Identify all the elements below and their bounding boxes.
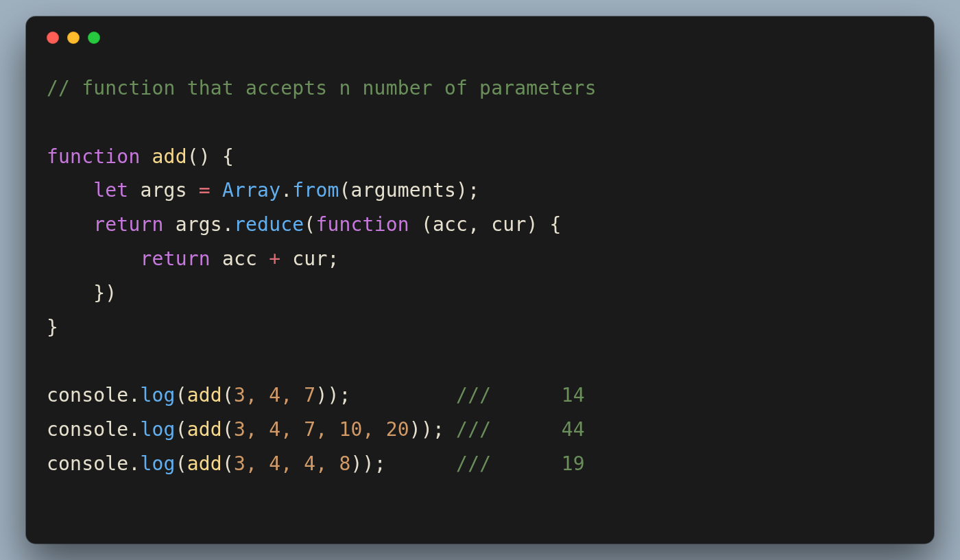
- code-token: [47, 247, 140, 270]
- code-token: Array: [222, 179, 280, 202]
- code-token: 3, 4, 7: [234, 384, 315, 406]
- code-token: return: [93, 213, 163, 236]
- code-token: .: [128, 384, 140, 406]
- code-token: =: [187, 179, 222, 202]
- code-token: (: [339, 179, 351, 202]
- code-token: 19: [562, 452, 585, 475]
- code-token: acc: [433, 213, 468, 236]
- code-token: [128, 179, 140, 202]
- code-token: args: [176, 213, 222, 236]
- code-block: // function that accepts n number of par…: [47, 71, 913, 481]
- code-token: ///: [456, 452, 562, 475]
- code-token: [164, 213, 176, 236]
- code-token: (: [176, 452, 187, 475]
- code-token: console: [47, 384, 128, 406]
- code-token: function: [47, 145, 140, 168]
- code-token: cur: [292, 247, 327, 270]
- code-token: let: [93, 179, 128, 202]
- code-token: ));: [315, 384, 350, 406]
- code-token: add: [187, 418, 222, 441]
- code-token: add: [187, 452, 222, 475]
- code-token: log: [140, 418, 175, 441]
- code-token: (: [409, 213, 433, 236]
- code-token: console: [47, 418, 128, 441]
- code-token: [47, 179, 93, 202]
- code-token: log: [140, 452, 175, 475]
- code-token: .: [280, 179, 292, 202]
- code-token: [386, 452, 456, 475]
- code-token: (: [222, 452, 234, 475]
- code-token: ));: [409, 418, 444, 441]
- code-token: .: [128, 418, 140, 441]
- code-token: ,: [468, 213, 491, 236]
- code-token: [140, 145, 152, 168]
- code-token: (: [176, 418, 187, 441]
- code-token: cur: [491, 213, 526, 236]
- code-token: 3, 4, 7, 10, 20: [234, 418, 409, 441]
- code-comment: // function that accepts n number of par…: [47, 77, 597, 99]
- minimize-icon[interactable]: [67, 32, 80, 44]
- code-token: return: [140, 247, 210, 270]
- code-token: args: [140, 179, 187, 202]
- code-token: reduce: [234, 213, 304, 236]
- code-token: 14: [562, 384, 585, 406]
- code-token: .: [128, 452, 140, 475]
- close-icon[interactable]: [47, 32, 59, 44]
- code-token: ;: [327, 247, 339, 270]
- code-token: console: [47, 452, 128, 475]
- code-token: from: [292, 179, 339, 202]
- code-token: arguments: [351, 179, 457, 202]
- code-token: ));: [351, 452, 386, 475]
- code-token: ///: [456, 418, 562, 441]
- code-token: acc: [222, 247, 257, 270]
- code-token: 44: [562, 418, 585, 441]
- code-token: }): [47, 282, 117, 304]
- code-token: [351, 384, 457, 406]
- traffic-lights: [47, 32, 913, 44]
- code-token: [444, 418, 456, 441]
- code-token: add: [152, 145, 187, 168]
- code-token: (: [176, 384, 187, 406]
- code-token: ///: [456, 384, 562, 406]
- code-token: (: [222, 384, 234, 406]
- code-token: }: [47, 316, 58, 339]
- code-token: ) {: [526, 213, 561, 236]
- code-token: .: [222, 213, 234, 236]
- code-token: +: [257, 247, 292, 270]
- code-token: () {: [187, 145, 234, 168]
- code-token: add: [187, 384, 222, 406]
- code-token: (: [222, 418, 234, 441]
- code-token: 3, 4, 4, 8: [234, 452, 351, 475]
- maximize-icon[interactable]: [88, 32, 100, 44]
- code-token: function: [315, 213, 409, 236]
- code-token: [211, 247, 222, 270]
- code-token: );: [456, 179, 479, 202]
- code-window: // function that accepts n number of par…: [26, 16, 934, 544]
- code-token: [47, 213, 93, 236]
- code-token: log: [140, 384, 175, 406]
- code-token: (: [304, 213, 315, 236]
